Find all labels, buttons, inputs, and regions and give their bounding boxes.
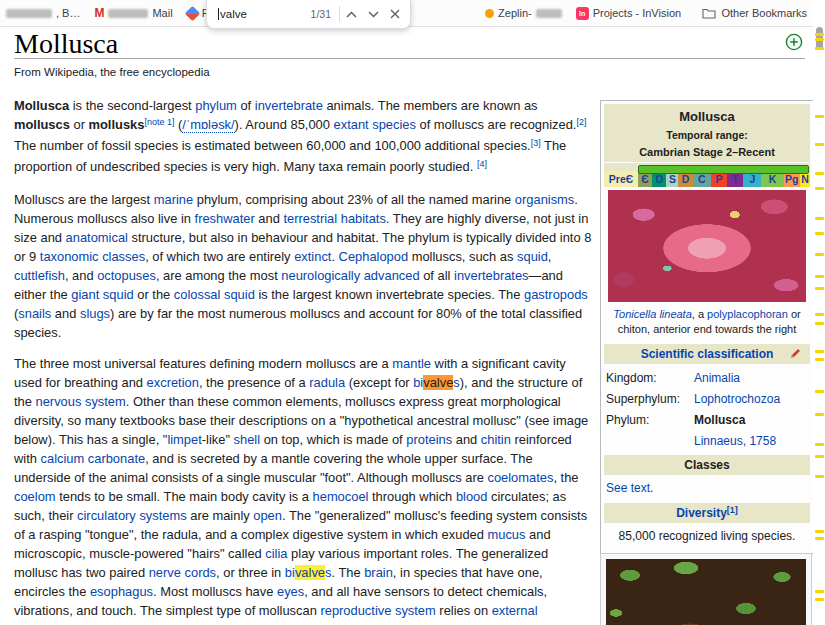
wiki-link[interactable]: shell	[234, 432, 261, 447]
scrollbar[interactable]	[813, 0, 825, 625]
wiki-link[interactable]: marine	[154, 192, 193, 207]
wiki-link[interactable]: mantle	[392, 356, 431, 371]
rank-value[interactable]: Mollusca	[694, 410, 745, 431]
find-match-marker	[815, 537, 824, 540]
wiki-link[interactable]: Cephalopod	[339, 249, 409, 264]
taxobox-title: Mollusca	[606, 109, 808, 124]
wiki-link[interactable]: calcium carbonate	[41, 451, 146, 466]
wiki-link[interactable]: Animalia	[694, 371, 740, 385]
wiki-link[interactable]: [1]	[727, 505, 738, 515]
find-match-marker	[815, 390, 824, 393]
add-extension-button[interactable]	[785, 33, 803, 55]
wiki-link[interactable]: [4]	[477, 159, 487, 169]
wiki-link[interactable]: nervous system	[36, 394, 126, 409]
wiki-link[interactable]: freshwater	[195, 211, 255, 226]
wiki-link[interactable]: radula	[309, 375, 345, 390]
find-match-marker	[815, 217, 824, 220]
wiki-link[interactable]: Mollusca	[694, 413, 745, 427]
wiki-link[interactable]: neurologically advanced	[281, 268, 419, 283]
wiki-link[interactable]: snails	[18, 306, 51, 321]
wiki-link[interactable]: nerve cords	[149, 565, 216, 580]
chevron-up-icon	[346, 11, 357, 18]
bookmark-item-zeplin[interactable]: Zeplin-	[485, 7, 562, 19]
wiki-link[interactable]: /ˈmɒləsk/	[182, 117, 234, 133]
wiki-link[interactable]: coelom	[14, 489, 56, 504]
bookmark-item-mail[interactable]: M Mail	[94, 6, 172, 20]
wiki-link[interactable]: [3]	[531, 138, 541, 148]
find-next-button[interactable]	[362, 3, 384, 25]
wiki-link[interactable]: gastropods	[524, 287, 588, 302]
find-close-button[interactable]	[384, 3, 406, 25]
rank-value[interactable]: Animalia	[694, 368, 740, 389]
wiki-link[interactable]: eyes	[277, 584, 304, 599]
wiki-link[interactable]: proteins	[406, 432, 452, 447]
find-previous-button[interactable]	[340, 3, 362, 25]
wiki-link[interactable]: colossal squid	[174, 287, 255, 302]
wiki-link[interactable]: Diversity	[676, 506, 727, 520]
section-scientific-classification: Scientific classification	[604, 344, 810, 364]
find-in-page-bar: valve 1/31	[206, 0, 411, 29]
wiki-link[interactable]: brain	[364, 565, 393, 580]
wiki-link[interactable]: esophagus	[90, 584, 153, 599]
wiki-link[interactable]: valve	[295, 565, 325, 580]
wiki-link[interactable]: organisms	[515, 192, 574, 207]
section-diversity: Diversity[1]	[604, 503, 810, 523]
wiki-link[interactable]: Linnaeus, 1758	[694, 434, 776, 448]
timeline-precambrian: PreЄ	[604, 171, 638, 187]
wiki-link[interactable]: blood	[456, 489, 488, 504]
wiki-link[interactable]: Lophotrochozoa	[694, 392, 780, 406]
wiki-link[interactable]: taxonomic classes	[40, 249, 145, 264]
wiki-link[interactable]: excretion	[147, 375, 199, 390]
wiki-link[interactable]: reproductive system	[320, 603, 435, 618]
wiki-link[interactable]: giant squid	[71, 287, 133, 302]
wiki-link[interactable]: slugs	[80, 306, 110, 321]
wiki-link[interactable]: polyplacophoran	[707, 308, 788, 320]
tonicella-lineata-photo[interactable]	[608, 190, 806, 302]
wiki-link[interactable]: limpet	[167, 432, 201, 447]
text-segment: and	[51, 306, 80, 321]
wiki-link[interactable]: cilia	[265, 546, 287, 561]
wiki-link[interactable]: circulatory systems	[77, 508, 187, 523]
wiki-link[interactable]: extant species	[334, 117, 416, 132]
wiki-link[interactable]: mucus	[488, 527, 526, 542]
text-segment: , are among the most	[156, 268, 281, 283]
wiki-link[interactable]: coelomates	[487, 470, 553, 485]
rank-value[interactable]: Lophotrochozoa	[694, 389, 780, 410]
wiki-link[interactable]: extinct	[294, 249, 331, 264]
find-match-marker	[815, 443, 824, 446]
text-segment: of	[237, 98, 255, 113]
wiki-link[interactable]: valve	[423, 375, 453, 390]
edit-pencil-icon[interactable]	[789, 347, 802, 363]
wiki-link[interactable]: anatomical	[66, 230, 128, 245]
wiki-link[interactable]: bi	[413, 375, 423, 390]
paragraph: The three most universal features defini…	[14, 354, 592, 625]
wiki-link[interactable]: invertebrate	[255, 98, 323, 113]
wiki-link[interactable]: chitin	[481, 432, 511, 447]
rank-value[interactable]: Linnaeus, 1758	[694, 431, 776, 452]
wiki-link[interactable]: See text	[606, 481, 650, 495]
bookmark-label: , B…	[56, 7, 80, 19]
wiki-link[interactable]: invertebrates	[454, 268, 529, 283]
wiki-link[interactable]: open	[253, 508, 282, 523]
wiki-link[interactable]: phylum	[195, 98, 237, 113]
temporal-range-label: Temporal range:	[606, 129, 808, 141]
other-bookmarks-button[interactable]: Other Bookmarks	[702, 7, 807, 19]
wiki-link[interactable]: cuttlefish	[14, 268, 65, 283]
find-query-input[interactable]: valve	[220, 8, 247, 20]
section-label: Scientific classification	[641, 347, 774, 361]
wiki-link[interactable]: octopuses	[97, 268, 156, 283]
wiki-link[interactable]: bi	[285, 565, 295, 580]
wiki-link[interactable]: Tonicella lineata	[613, 308, 691, 320]
wiki-link[interactable]: squid	[517, 249, 548, 264]
bookmark-item-redacted[interactable]: , B…	[6, 7, 80, 19]
bookmark-item-invision[interactable]: In Projects - InVision	[576, 7, 681, 20]
classification-row: Kingdom:Animalia	[606, 368, 808, 389]
find-match-marker	[815, 358, 824, 361]
wiki-link[interactable]: terrestrial habitats	[283, 211, 385, 226]
wiki-link[interactable]: [2]	[576, 117, 586, 127]
wiki-link[interactable]: [note 1]	[144, 117, 174, 127]
snail-photo[interactable]	[606, 559, 806, 625]
text-segment: , a	[692, 308, 707, 320]
wiki-link[interactable]: hemocoel	[313, 489, 369, 504]
see-text-link[interactable]: See text.	[604, 475, 810, 502]
